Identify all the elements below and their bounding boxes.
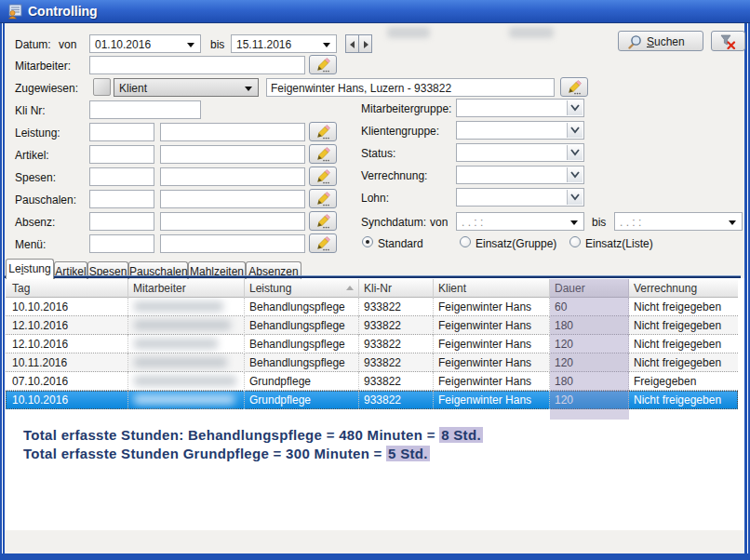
spesen-text-input[interactable] xyxy=(160,167,305,186)
pencil-icon xyxy=(567,80,583,95)
datum-bis-select[interactable]: 15.11.2016 xyxy=(231,34,337,53)
leistung-code-input[interactable] xyxy=(89,123,154,141)
menue-code-input[interactable] xyxy=(89,234,154,253)
column-header-kli-nr[interactable]: Kli-Nr xyxy=(359,279,434,298)
pencil-icon xyxy=(315,236,331,251)
controlling-app-icon xyxy=(7,4,23,20)
radio-einsatz-gruppe-label: Einsatz(Gruppe) xyxy=(475,237,556,250)
table-row[interactable]: 10.11.2016 Behandlungspflege 933822 Feig… xyxy=(6,353,738,372)
klientengruppe-label: Klientengruppe: xyxy=(361,125,439,138)
verrechnung-select[interactable] xyxy=(456,166,584,184)
artikel-text-input[interactable] xyxy=(160,145,305,164)
artikel-code-input[interactable] xyxy=(89,145,154,164)
column-header-klient[interactable]: Klient xyxy=(434,279,550,298)
column-header-leistung[interactable]: Leistung xyxy=(245,279,359,298)
pauschalen-edit-button[interactable] xyxy=(309,189,337,208)
zugewiesen-value-input[interactable]: Feigenwinter Hans, Luzern - 933822 xyxy=(266,78,555,97)
spesen-edit-button[interactable] xyxy=(309,167,337,186)
chevron-down-icon[interactable] xyxy=(187,43,194,47)
column-header-dauer[interactable]: Dauer xyxy=(550,279,629,298)
summary-line-behandlungspflege: Total erfasste Stunden: Behandlungspfleg… xyxy=(23,426,483,445)
date-next-button[interactable] xyxy=(358,34,372,53)
date-prev-button[interactable] xyxy=(345,34,359,53)
pauschalen-label: Pauschalen: xyxy=(15,193,76,207)
column-header-verrechnung[interactable]: Verrechnung xyxy=(629,279,738,298)
table-header: Tag Mitarbeiter Leistung Kli-Nr Klient D… xyxy=(6,279,738,298)
radio-einsatz-liste-label: Einsatz(Liste) xyxy=(585,237,653,250)
pencil-icon xyxy=(315,192,331,207)
datum-bis-value: 15.11.2016 xyxy=(236,38,291,51)
titlebar[interactable]: Controlling xyxy=(0,0,750,23)
table-row-selected[interactable]: 10.10.2016 Grundpflege 933822 Feigenwint… xyxy=(6,391,738,409)
chevron-down-icon[interactable] xyxy=(567,145,583,160)
chevron-down-icon[interactable] xyxy=(567,167,583,182)
mitarbeitergruppe-select[interactable] xyxy=(456,99,584,117)
synchdatum-von-select[interactable]: . . : : xyxy=(456,212,584,231)
summary-highlight: 8 Std. xyxy=(439,427,483,443)
lohn-select[interactable] xyxy=(456,188,584,207)
table-row[interactable]: 10.10.2016 Behandlungspflege 933822 Feig… xyxy=(6,298,738,316)
synchdatum-bis-select[interactable]: . . : : xyxy=(614,212,743,231)
mitarbeitergruppe-label: Mitarbeitergruppe: xyxy=(361,102,451,115)
kli-nr-input[interactable] xyxy=(89,100,201,119)
redacted-smudge xyxy=(387,27,430,38)
column-header-tag[interactable]: Tag xyxy=(7,279,128,298)
chevron-down-icon[interactable] xyxy=(567,100,583,115)
absenz-edit-button[interactable] xyxy=(309,211,337,231)
window-border-right xyxy=(744,23,750,560)
redacted-mitarbeiter-cell xyxy=(128,372,245,391)
clear-filter-button[interactable] xyxy=(711,31,745,51)
menue-text-input[interactable] xyxy=(160,234,305,253)
zugewiesen-edit-button[interactable] xyxy=(560,77,588,97)
table-row[interactable]: 12.10.2016 Behandlungspflege 933822 Feig… xyxy=(6,335,738,353)
redacted-mitarbeiter-cell xyxy=(128,335,245,353)
synchdatum-von-label: von xyxy=(430,216,448,229)
pauschalen-text-input[interactable] xyxy=(160,190,305,208)
artikel-label: Artikel: xyxy=(15,149,49,162)
pencil-icon xyxy=(315,169,331,184)
leistung-text-input[interactable] xyxy=(160,123,305,141)
column-header-mitarbeiter[interactable]: Mitarbeiter xyxy=(128,279,245,298)
chevron-down-icon[interactable] xyxy=(729,220,736,225)
table-top-divider xyxy=(5,275,741,278)
synchdatum-label: Synchdatum: xyxy=(361,216,426,229)
zugewiesen-mini-button[interactable] xyxy=(93,78,111,96)
radio-einsatz-gruppe[interactable] xyxy=(460,236,471,247)
radio-standard[interactable] xyxy=(362,236,373,247)
chevron-down-icon[interactable] xyxy=(567,190,583,205)
leistung-edit-button[interactable] xyxy=(309,122,337,141)
chevron-down-icon[interactable] xyxy=(245,87,252,91)
pauschalen-code-input[interactable] xyxy=(89,190,154,208)
redacted-mitarbeiter-cell xyxy=(128,391,245,409)
tab-leistung[interactable]: Leistung xyxy=(6,259,54,279)
datum-von-select[interactable]: 01.10.2016 xyxy=(89,34,201,53)
status-select[interactable] xyxy=(456,143,584,162)
menue-label: Menü: xyxy=(15,238,46,251)
summary-totals: Total erfasste Stunden: Behandlungspfleg… xyxy=(23,426,483,463)
summary-highlight: 5 Std. xyxy=(386,446,430,461)
chevron-down-icon[interactable] xyxy=(323,43,330,47)
chevron-down-icon[interactable] xyxy=(570,220,578,225)
pencil-icon xyxy=(315,125,331,140)
search-icon xyxy=(628,34,643,49)
table-row[interactable]: 12.10.2016 Behandlungspflege 933822 Feig… xyxy=(6,316,738,335)
mitarbeiter-edit-button[interactable] xyxy=(309,55,337,74)
mitarbeiter-input[interactable] xyxy=(89,56,305,74)
klientengruppe-select[interactable] xyxy=(456,121,584,140)
absenz-label: Absenz: xyxy=(15,216,55,229)
artikel-edit-button[interactable] xyxy=(309,144,337,164)
spesen-code-input[interactable] xyxy=(89,167,154,186)
radio-einsatz-liste[interactable] xyxy=(569,236,581,247)
absenz-code-input[interactable] xyxy=(89,212,154,231)
radio-standard-label: Standard xyxy=(378,237,423,250)
search-button-label: Suchen xyxy=(647,35,685,48)
absenz-text-input[interactable] xyxy=(160,212,305,231)
table-row[interactable]: 07.10.2016 Grundpflege 933822 Feigenwint… xyxy=(6,372,738,391)
zugewiesen-type-select[interactable]: Klient xyxy=(114,78,259,97)
verrechnung-label: Verrechnung: xyxy=(361,169,427,182)
menue-edit-button[interactable] xyxy=(309,233,337,253)
search-button[interactable]: Suchen xyxy=(618,31,703,51)
chevron-down-icon[interactable] xyxy=(567,123,583,138)
datum-von-label: von xyxy=(59,38,76,51)
window-border-bottom xyxy=(0,553,750,560)
